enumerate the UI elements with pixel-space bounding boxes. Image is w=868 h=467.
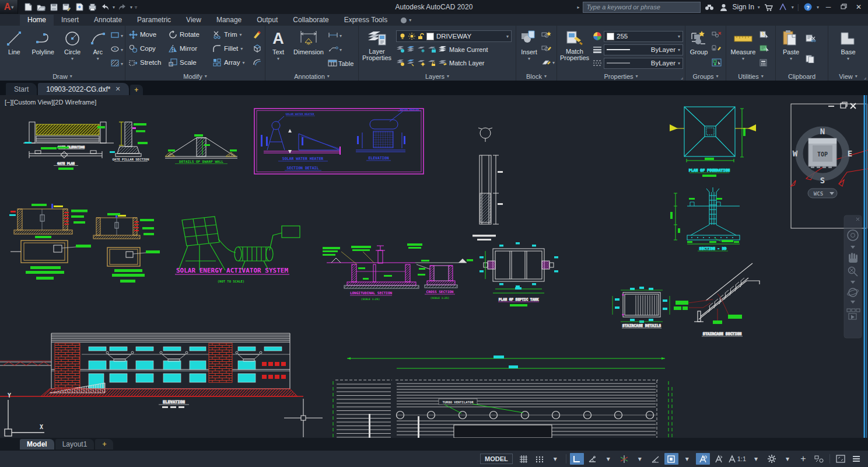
- model-space-badge[interactable]: MODEL: [480, 454, 513, 464]
- close-button[interactable]: ✕: [853, 3, 864, 11]
- modify-panel-title[interactable]: Modify▾: [125, 72, 265, 81]
- base-dropdown[interactable]: ▾: [847, 55, 849, 62]
- utilities-panel-title[interactable]: Utilities▾: [726, 72, 775, 81]
- polyline-button[interactable]: Polyline: [28, 27, 58, 72]
- polar-dropdown[interactable]: ▾: [601, 453, 615, 465]
- ellipse-dropdown[interactable]: ▾: [121, 47, 123, 53]
- open-file-icon[interactable]: [36, 2, 46, 12]
- undo-dropdown[interactable]: ▾: [113, 5, 115, 10]
- tab-manage[interactable]: Manage: [209, 15, 249, 26]
- view-panel-title[interactable]: View▾: [828, 72, 868, 81]
- new-file-icon[interactable]: [23, 2, 33, 12]
- close-drawing-icon[interactable]: ✕: [115, 85, 120, 93]
- trim-button[interactable]: Trim▾: [213, 30, 253, 39]
- tab-parametric[interactable]: Parametric: [130, 15, 178, 26]
- block-panel-title[interactable]: Block▾: [516, 72, 556, 81]
- offset-icon[interactable]: [253, 58, 264, 68]
- quick-calc-select-icon[interactable]: [760, 45, 770, 54]
- ellipse-icon[interactable]: [110, 45, 120, 54]
- lineweight-dropdown[interactable]: ByLayer ▾: [604, 44, 683, 55]
- viewport-window-controls[interactable]: [828, 102, 856, 109]
- compass-south[interactable]: S: [820, 176, 825, 185]
- paste-button[interactable]: Paste ▾: [778, 27, 804, 72]
- circle-dropdown[interactable]: ▾: [71, 55, 74, 62]
- cut-icon[interactable]: [806, 34, 816, 44]
- object-color-dropdown[interactable]: 255 ▾: [604, 31, 683, 42]
- move-button[interactable]: Move: [129, 30, 169, 39]
- osnap-toggle[interactable]: [664, 453, 678, 465]
- search-input[interactable]: [583, 2, 701, 13]
- layer-dropdown-caret[interactable]: ▾: [506, 34, 509, 39]
- stretch-button[interactable]: Stretch: [129, 58, 169, 67]
- layer-properties-button[interactable]: Layer Properties: [360, 27, 393, 72]
- user-icon[interactable]: [718, 2, 729, 12]
- explode-icon[interactable]: [253, 44, 264, 54]
- layers-panel-title[interactable]: Layers▾: [359, 72, 516, 81]
- line-button[interactable]: Line: [2, 27, 27, 72]
- table-icon[interactable]: [328, 60, 337, 68]
- make-current-icon[interactable]: [438, 46, 447, 53]
- properties-panel-title[interactable]: Properties▾: [557, 72, 685, 81]
- tab-start[interactable]: Start: [6, 83, 37, 95]
- workspace-switching-icon[interactable]: [765, 453, 779, 465]
- mirror-button[interactable]: Mirror: [169, 44, 213, 53]
- new-layout-button[interactable]: +: [95, 439, 113, 449]
- layer-isolate-icon[interactable]: [407, 46, 415, 53]
- annotation-visibility-toggle[interactable]: [696, 453, 710, 465]
- draw-panel-title[interactable]: Draw▾: [0, 72, 125, 81]
- sign-in-dropdown[interactable]: ▾: [758, 5, 760, 10]
- ribbon-display-icon[interactable]: [401, 18, 407, 23]
- compass-north[interactable]: N: [820, 127, 825, 136]
- layer-thaw-icon[interactable]: [407, 59, 415, 67]
- compass-west[interactable]: W: [793, 149, 798, 158]
- tab-view[interactable]: View: [178, 15, 209, 26]
- save-icon[interactable]: [48, 2, 59, 12]
- redo-dropdown[interactable]: ▾: [130, 5, 132, 10]
- sign-in-button[interactable]: Sign In: [732, 3, 754, 11]
- copy-clip-icon[interactable]: [806, 55, 816, 65]
- export-icon[interactable]: [74, 2, 85, 12]
- minimize-button[interactable]: ─: [822, 3, 834, 11]
- polar-tracking-toggle[interactable]: [586, 453, 600, 465]
- groups-panel-title[interactable]: Groups▾: [685, 72, 726, 81]
- view-expander[interactable]: ⌟: [864, 74, 866, 80]
- help-icon[interactable]: ?: [803, 2, 813, 12]
- tab-annotate[interactable]: Annotate: [86, 15, 130, 26]
- arc-dropdown[interactable]: ▾: [97, 55, 99, 62]
- annotation-scale-icon[interactable]: 1:1: [727, 453, 747, 465]
- plot-icon[interactable]: [87, 2, 97, 12]
- app-store-cart-icon[interactable]: [764, 2, 774, 12]
- layer-on-all-icon[interactable]: [396, 59, 405, 67]
- layer-dropdown[interactable]: DRIVEWAY ▾: [396, 30, 512, 42]
- annotation-panel-title[interactable]: Annotation▾: [265, 72, 358, 81]
- leader-icon[interactable]: [328, 46, 338, 54]
- leader-dropdown[interactable]: ▾: [340, 47, 342, 53]
- layer-freeze-icon[interactable]: [417, 46, 426, 53]
- tab-express-tools[interactable]: Express Tools: [337, 15, 395, 26]
- match-layer-icon[interactable]: [438, 59, 447, 67]
- group-selectable-icon[interactable]: [712, 58, 722, 68]
- restore-button[interactable]: [838, 3, 849, 11]
- circle-button[interactable]: Circle ▾: [60, 27, 86, 72]
- undo-icon[interactable]: [100, 2, 110, 12]
- insert-dropdown[interactable]: ▾: [528, 55, 530, 62]
- new-drawing-tab-button[interactable]: +: [130, 85, 143, 95]
- otrack-toggle[interactable]: [649, 453, 663, 465]
- annotation-scale-dropdown[interactable]: ▾: [749, 453, 763, 465]
- autocad-logo[interactable]: A▾: [0, 0, 18, 14]
- array-button[interactable]: Array▾: [213, 58, 253, 67]
- search-binoculars-icon[interactable]: [704, 2, 715, 12]
- drawing-canvas[interactable]: [−][Custom View][2D Wireframe] GATE ELEV…: [0, 95, 868, 438]
- trim-dropdown[interactable]: ▾: [240, 32, 242, 37]
- rectangle-icon[interactable]: [110, 31, 120, 40]
- tab-model[interactable]: Model: [20, 439, 54, 449]
- layer-sun-icon[interactable]: [417, 59, 426, 67]
- isodraft-dropdown[interactable]: ▾: [633, 453, 647, 465]
- table-label[interactable]: Table: [338, 60, 354, 67]
- ribbon-display-dropdown[interactable]: ▾: [409, 18, 411, 23]
- tab-layout1[interactable]: Layout1: [55, 439, 94, 449]
- rotate-button[interactable]: Rotate: [169, 30, 213, 39]
- layer-unlock-all-icon[interactable]: [428, 59, 436, 67]
- isodraft-toggle[interactable]: [617, 453, 631, 465]
- properties-expander[interactable]: ⌟: [681, 74, 683, 80]
